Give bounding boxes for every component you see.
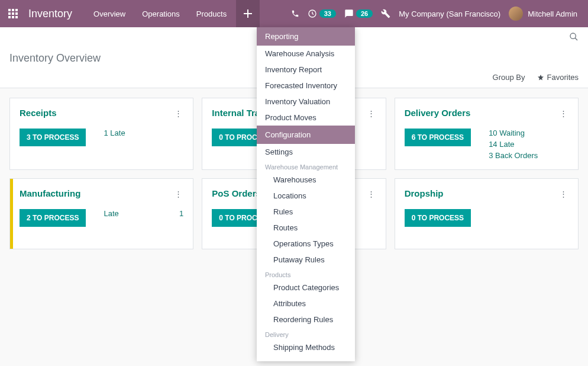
svg-rect-0 — [8, 9, 11, 11]
avatar — [509, 7, 523, 21]
svg-rect-2 — [15, 9, 18, 11]
activity-icon[interactable]: 33 — [308, 9, 336, 18]
menu-forecasted-inventory[interactable]: Forecasted Inventory — [257, 78, 355, 94]
plus-button[interactable] — [236, 0, 260, 27]
favorites-button[interactable]: Favorites — [537, 73, 579, 82]
stat-waiting[interactable]: 10 Waiting — [489, 129, 538, 137]
process-button[interactable]: 6 TO PROCESS — [405, 129, 471, 146]
messaging-icon[interactable]: 26 — [344, 9, 373, 18]
messaging-badge: 26 — [356, 9, 373, 18]
user-name: Mitchell Admin — [528, 9, 577, 18]
search-icon[interactable] — [567, 30, 581, 44]
dropdown-header-configuration: Configuration — [257, 126, 355, 144]
card-dropship: Dropship ⋮ 0 TO PROCESS — [395, 178, 579, 249]
menu-inventory-valuation[interactable]: Inventory Valuation — [257, 94, 355, 110]
top-nav: Inventory Overview Operations Products 3… — [0, 0, 588, 27]
dropdown-subhead-wm: Warehouse Management — [257, 160, 355, 172]
card-title[interactable]: Manufacturing — [20, 188, 80, 198]
process-button[interactable]: 2 TO PROCESS — [20, 209, 86, 227]
dropdown-menu: Reporting Warehouse Analysis Inventory R… — [257, 27, 355, 259]
nav-link-products[interactable]: Products — [189, 6, 234, 22]
apps-icon[interactable] — [4, 4, 22, 23]
svg-rect-1 — [12, 9, 14, 11]
svg-point-10 — [570, 33, 576, 38]
svg-rect-6 — [8, 16, 11, 18]
activity-badge: 33 — [319, 9, 336, 18]
svg-rect-8 — [15, 16, 18, 18]
topnav-right: 33 26 My Company (San Francisco) Mitchel… — [291, 0, 588, 27]
menu-putaway-rules[interactable]: Putaway Rules — [257, 252, 355, 259]
stat-late[interactable]: 1 Late — [104, 129, 125, 137]
card-menu-icon[interactable]: ⋮ — [558, 188, 568, 200]
card-title[interactable]: Dropship — [405, 188, 444, 198]
dropdown-header-reporting: Reporting — [257, 27, 355, 46]
brand-title[interactable]: Inventory — [22, 8, 86, 20]
card-menu-icon[interactable]: ⋮ — [366, 188, 376, 200]
card-receipts: Receipts ⋮ 3 TO PROCESS 1 Late — [9, 98, 193, 170]
menu-warehouses[interactable]: Warehouses — [257, 172, 355, 188]
nav-links: Overview Operations Products — [86, 6, 234, 22]
nav-link-operations[interactable]: Operations — [135, 6, 187, 22]
process-button[interactable]: 3 TO PROCESS — [20, 129, 86, 146]
process-button[interactable]: 0 TO PROCESS — [405, 209, 471, 227]
menu-operations-types[interactable]: Operations Types — [257, 236, 355, 252]
user-menu[interactable]: Mitchell Admin — [509, 7, 577, 21]
menu-settings[interactable]: Settings — [257, 144, 355, 160]
card-title[interactable]: PoS Orders — [212, 188, 261, 198]
card-menu-icon[interactable]: ⋮ — [173, 188, 183, 200]
menu-rules[interactable]: Rules — [257, 204, 355, 220]
stat-backorders[interactable]: 3 Back Orders — [489, 151, 538, 160]
menu-product-moves[interactable]: Product Moves — [257, 110, 355, 126]
card-delivery-orders: Delivery Orders ⋮ 6 TO PROCESS 10 Waitin… — [395, 98, 579, 170]
stat-late[interactable]: Late 1 — [104, 209, 183, 218]
svg-rect-7 — [12, 16, 14, 18]
menu-inventory-report[interactable]: Inventory Report — [257, 62, 355, 78]
menu-warehouse-analysis[interactable]: Warehouse Analysis — [257, 46, 355, 62]
menu-routes[interactable]: Routes — [257, 220, 355, 236]
company-selector[interactable]: My Company (San Francisco) — [399, 9, 500, 18]
menu-locations[interactable]: Locations — [257, 188, 355, 204]
card-menu-icon[interactable]: ⋮ — [173, 108, 183, 119]
card-menu-icon[interactable]: ⋮ — [366, 108, 376, 119]
card-manufacturing: Manufacturing ⋮ 2 TO PROCESS Late 1 — [9, 178, 193, 249]
card-title[interactable]: Delivery Orders — [405, 108, 471, 118]
settings-icon[interactable] — [381, 9, 390, 18]
card-menu-icon[interactable]: ⋮ — [558, 108, 568, 119]
group-by-button[interactable]: Group By — [493, 73, 525, 82]
nav-link-overview[interactable]: Overview — [86, 6, 133, 22]
svg-rect-4 — [12, 12, 14, 15]
svg-rect-3 — [8, 12, 11, 15]
stat-late[interactable]: 14 Late — [489, 140, 538, 149]
svg-rect-5 — [15, 12, 18, 15]
phone-icon[interactable] — [291, 9, 299, 18]
card-title[interactable]: Receipts — [20, 108, 57, 118]
